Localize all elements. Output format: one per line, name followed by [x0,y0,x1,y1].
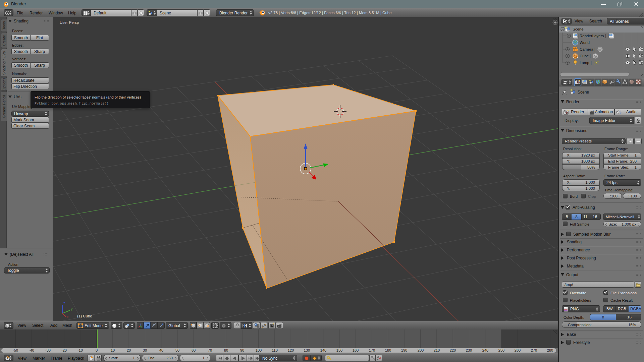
svg-text:70: 70 [208,348,212,352]
svg-text:-40: -40 [29,348,34,352]
svg-text:260: 260 [515,348,521,352]
svg-text:|: | [590,54,591,58]
svg-text:10: 10 [111,348,115,352]
svg-text:120: 120 [288,348,294,352]
svg-text:-30: -30 [45,348,51,352]
svg-text:-10: -10 [77,348,83,352]
svg-text:Cube: Cube [580,54,589,58]
svg-text:210: 210 [434,348,440,352]
svg-text:280: 280 [547,348,553,352]
svg-text:Camera: Camera [580,47,594,51]
svg-text:160: 160 [353,348,359,352]
svg-text:250: 250 [498,348,504,352]
svg-text:110: 110 [272,348,278,352]
svg-text:x: x [67,315,69,319]
svg-text:200: 200 [418,348,424,352]
svg-text:40: 40 [159,348,163,352]
svg-text:50: 50 [175,348,179,352]
svg-text:Lamp: Lamp [580,61,589,65]
svg-text:|: | [594,47,595,52]
svg-text:90: 90 [240,348,244,352]
svg-text:Scene: Scene [573,27,584,31]
svg-text:150: 150 [336,348,342,352]
svg-text:User Persp: User Persp [60,20,79,24]
svg-text:|: | [605,34,606,38]
svg-text:60: 60 [192,348,196,352]
svg-text:100: 100 [256,348,262,352]
svg-text:|: | [591,60,592,65]
svg-text:140: 140 [320,348,326,352]
svg-text:180: 180 [385,348,391,352]
svg-text:80: 80 [224,348,228,352]
svg-text:230: 230 [466,348,472,352]
svg-text:240: 240 [482,348,488,352]
svg-text:z: z [63,301,65,305]
svg-text:190: 190 [401,348,407,352]
svg-text:220: 220 [450,348,456,352]
svg-text:Scene: Scene [578,90,589,95]
svg-text:270: 270 [531,348,537,352]
svg-text:RenderLayers: RenderLayers [580,34,604,38]
svg-text:20: 20 [127,348,131,352]
svg-text:-50: -50 [13,348,18,352]
svg-text:World: World [580,41,590,45]
svg-text:-20: -20 [61,348,67,352]
svg-text:30: 30 [143,348,147,352]
svg-text:0: 0 [96,348,98,352]
svg-text:y: y [71,307,73,311]
svg-text:130: 130 [304,348,310,352]
svg-text:170: 170 [369,348,375,352]
svg-text:(1) Cube: (1) Cube [77,314,92,318]
